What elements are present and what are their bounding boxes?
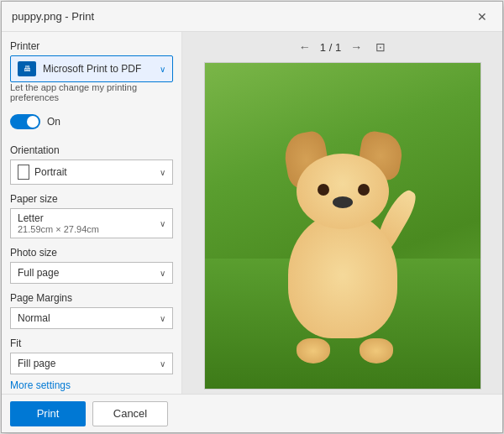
portrait-icon: [18, 165, 29, 180]
preview-nav: ← 1 / 1 → ⊡: [295, 39, 390, 55]
pref-toggle[interactable]: [10, 114, 40, 129]
fit-dropdown[interactable]: Fill page ∨: [10, 353, 173, 374]
pref-toggle-row: On: [10, 114, 173, 129]
orientation-chevron-icon: ∨: [160, 168, 165, 177]
page-margins-value: Normal: [18, 312, 50, 324]
more-settings-link[interactable]: More settings: [10, 379, 173, 391]
dog-eye-left: [318, 184, 329, 196]
title-bar: puppy.png - Print ✕: [2, 2, 502, 32]
fit-value: Fill page: [18, 358, 55, 369]
page-info: 1 / 1: [320, 41, 341, 54]
dialog-title: puppy.png - Print: [12, 10, 94, 23]
paper-chevron-icon: ∨: [160, 219, 165, 228]
left-panel: Printer 🖶 Microsoft Print to PDF ∨ Let t…: [2, 32, 182, 394]
prev-page-button[interactable]: ←: [295, 39, 315, 55]
photo-size-chevron-icon: ∨: [160, 269, 165, 278]
preview-image: [204, 62, 481, 390]
orientation-value: Portrait: [34, 166, 67, 178]
printer-icon: 🖶: [18, 61, 36, 76]
printer-chevron-icon: ∨: [160, 65, 165, 74]
orientation-label: Orientation: [10, 144, 173, 156]
right-panel: ← 1 / 1 → ⊡: [182, 32, 502, 394]
fit-preview-button[interactable]: ⊡: [371, 39, 390, 55]
paper-size-sub: 21.59cm × 27.94cm: [18, 224, 165, 234]
photo-size-value: Full page: [18, 267, 59, 279]
page-margins-label: Page Margins: [10, 292, 173, 304]
fit-label: Fit: [10, 337, 173, 349]
page-margins-dropdown[interactable]: Normal ∨: [10, 307, 173, 329]
print-button[interactable]: Print: [10, 401, 86, 426]
preview-container: [189, 62, 496, 390]
print-dialog: puppy.png - Print ✕ Printer 🖶 Microsoft …: [1, 1, 503, 433]
fit-chevron-icon: ∨: [160, 359, 165, 369]
photo-size-dropdown[interactable]: Full page ∨: [10, 262, 173, 284]
printer-label: Printer: [10, 40, 173, 52]
pref-text: Let the app change my printing preferenc…: [10, 82, 173, 102]
dog-head: [297, 154, 389, 229]
photo-size-label: Photo size: [10, 247, 173, 259]
dog-paw-right: [360, 338, 393, 363]
page-margins-chevron-icon: ∨: [160, 314, 165, 323]
dog-torso: [288, 212, 397, 338]
printer-dropdown[interactable]: 🖶 Microsoft Print to PDF ∨: [10, 55, 173, 82]
dog-nose: [333, 196, 353, 208]
paper-size-dropdown[interactable]: Letter 21.59cm × 27.94cm ∨: [10, 208, 173, 238]
dog-paw-left: [297, 338, 330, 363]
toggle-knob: [27, 116, 39, 128]
paper-size-value: Letter: [18, 212, 165, 224]
cancel-button[interactable]: Cancel: [92, 401, 168, 426]
dialog-content: Printer 🖶 Microsoft Print to PDF ∨ Let t…: [2, 32, 502, 394]
close-button[interactable]: ✕: [472, 7, 492, 27]
next-page-button[interactable]: →: [346, 39, 366, 55]
footer: Print Cancel: [2, 394, 502, 432]
toggle-state-label: On: [47, 116, 60, 128]
orientation-dropdown[interactable]: Portrait ∨: [10, 159, 173, 185]
printer-name: Microsoft Print to PDF: [43, 63, 153, 75]
puppy-scene: [205, 63, 480, 389]
paper-size-label: Paper size: [10, 193, 173, 205]
dog-eye-right: [358, 184, 370, 196]
